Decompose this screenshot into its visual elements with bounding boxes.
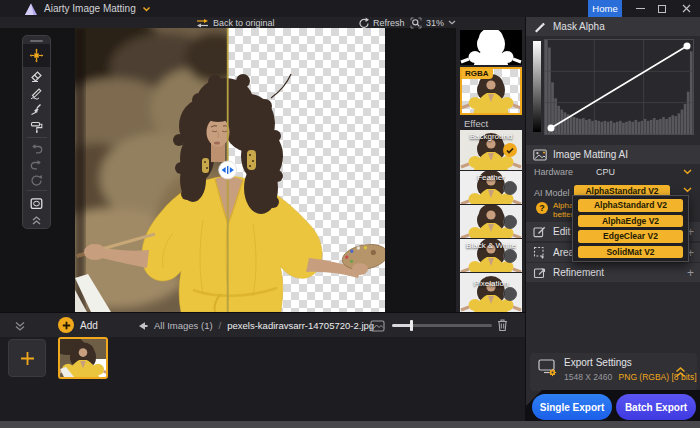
alpha-histogram-plot[interactable] bbox=[544, 39, 694, 135]
all-images-link[interactable]: All Images (1) bbox=[154, 320, 213, 331]
effect-thumb-black-white[interactable]: Black & White bbox=[460, 239, 522, 272]
zoom-control[interactable]: 31% bbox=[410, 17, 456, 28]
compare-divider-handle[interactable] bbox=[219, 161, 237, 179]
single-export-button[interactable]: Single Export bbox=[532, 394, 612, 420]
mask-alpha-title: Mask Alpha bbox=[553, 21, 605, 32]
back-to-original-button[interactable]: Back to original bbox=[196, 17, 275, 28]
mask-alpha-header[interactable]: Mask Alpha bbox=[526, 17, 700, 36]
refinement-section-header[interactable]: Refinement + bbox=[526, 263, 700, 282]
minimize-button[interactable] bbox=[632, 0, 648, 17]
export-dimensions: 1548 X 2460 bbox=[564, 372, 612, 382]
move-tool-icon bbox=[29, 48, 44, 63]
double-chevron-up-icon bbox=[30, 215, 43, 225]
thumbnail-size-slider[interactable] bbox=[392, 324, 492, 327]
tool-divider bbox=[26, 190, 47, 191]
effect-thumb-3[interactable] bbox=[460, 205, 522, 238]
app-menu-chevron-down-icon[interactable] bbox=[142, 6, 151, 12]
brush-tool-button[interactable] bbox=[23, 101, 50, 118]
home-button[interactable]: Home bbox=[588, 0, 622, 17]
back-to-original-label: Back to original bbox=[213, 18, 275, 28]
curve-handle-high[interactable] bbox=[684, 43, 691, 50]
help-icon[interactable]: ? bbox=[536, 202, 548, 214]
pencil-icon bbox=[29, 85, 44, 100]
crop-frame-tool-button[interactable] bbox=[23, 193, 50, 214]
model-option-edgeclear[interactable]: EdgeClear V2 bbox=[578, 230, 683, 243]
mask-thumbnail[interactable] bbox=[460, 30, 522, 65]
redo-icon bbox=[29, 157, 44, 172]
add-image-button[interactable] bbox=[58, 317, 74, 333]
eraser-icon bbox=[29, 68, 44, 83]
effect-thumb-background[interactable]: Background bbox=[460, 130, 522, 170]
ai-model-chevron-down-icon[interactable] bbox=[683, 187, 692, 193]
model-option-alphaedge[interactable]: AlphaEdge V2 bbox=[578, 215, 683, 228]
add-image-tile[interactable] bbox=[8, 339, 46, 377]
redo-button[interactable] bbox=[23, 156, 50, 172]
ai-model-dropdown: AlphaStandard V2 AlphaEdge V2 EdgeClear … bbox=[572, 195, 689, 262]
film-strip bbox=[0, 337, 525, 421]
delete-trash-icon[interactable] bbox=[496, 318, 509, 332]
refresh-button[interactable]: Refresh bbox=[357, 17, 405, 28]
close-button[interactable] bbox=[678, 0, 694, 17]
refinement-section-label: Refinement bbox=[553, 267, 604, 278]
effect-thumb-pixelation[interactable]: Pixelation bbox=[460, 273, 522, 312]
app-title: Aiarty Image Matting bbox=[44, 3, 136, 14]
hardware-value: CPU bbox=[596, 167, 615, 177]
crop-frame-icon bbox=[29, 196, 44, 211]
export-settings-row[interactable]: Export Settings 1548 X 2460 PNG (RGBA) [… bbox=[530, 353, 697, 391]
pen-icon bbox=[533, 20, 549, 33]
alpha-gradient-strip bbox=[533, 41, 541, 132]
hardware-label: Hardware bbox=[534, 167, 573, 177]
image-list-bar: Add All Images (1) / pexels-kadiravsarr-… bbox=[0, 312, 525, 337]
matting-ai-icon bbox=[533, 149, 549, 161]
refresh-icon bbox=[357, 17, 369, 28]
collapse-strip-double-chevron-icon[interactable] bbox=[14, 320, 26, 331]
alpha-curve-line[interactable] bbox=[551, 46, 687, 128]
eraser-tool-button[interactable] bbox=[23, 67, 50, 84]
pencil-tool-button[interactable] bbox=[23, 84, 50, 101]
effect-toggle[interactable] bbox=[503, 287, 517, 301]
hardware-chevron-down-icon[interactable] bbox=[683, 169, 692, 175]
effect-thumb-feather[interactable]: Feather bbox=[460, 171, 522, 204]
taskbar-edge bbox=[0, 421, 700, 428]
filmstrip-thumbnail-selected[interactable] bbox=[58, 337, 108, 379]
batch-export-button[interactable]: Batch Export bbox=[616, 394, 696, 420]
model-option-solidmat[interactable]: SolidMat V2 bbox=[578, 246, 683, 259]
area-select-icon bbox=[533, 246, 549, 259]
effect-toggle[interactable] bbox=[503, 181, 517, 195]
settings-panel: Mask Alpha bbox=[525, 17, 700, 428]
slider-handle[interactable] bbox=[410, 320, 413, 331]
zoom-chevron-down-icon bbox=[448, 20, 456, 25]
collapse-export-double-chevron-up-icon[interactable] bbox=[674, 366, 687, 378]
undo-icon bbox=[29, 141, 44, 156]
collapse-tools-button[interactable] bbox=[23, 214, 50, 226]
current-filename: pexels-kadiravsarr-14705720-2.jpg bbox=[227, 320, 374, 331]
reset-rotate-icon bbox=[29, 173, 44, 188]
path-separator: / bbox=[219, 320, 222, 331]
back-arrow-icon[interactable] bbox=[138, 321, 148, 331]
thumbnail-size-icon bbox=[370, 320, 385, 332]
reset-button[interactable] bbox=[23, 172, 50, 188]
curve-handle-low[interactable] bbox=[548, 125, 555, 132]
maximize-button[interactable] bbox=[654, 0, 670, 17]
effect-toggle[interactable] bbox=[503, 215, 517, 229]
move-tool-button[interactable] bbox=[23, 44, 50, 67]
zoom-level-value: 31% bbox=[426, 18, 444, 28]
preview-column: Mask RGBA Effect Background Feather B bbox=[455, 17, 525, 312]
zoom-magnifier-icon bbox=[410, 17, 422, 29]
title-bar: Aiarty Image Matting Home bbox=[0, 0, 700, 17]
alpha-histogram bbox=[533, 39, 694, 135]
effect-toggle[interactable] bbox=[503, 249, 517, 263]
editor-canvas[interactable] bbox=[0, 28, 455, 312]
view-toolbar: Back to original Refresh 31% bbox=[0, 17, 525, 28]
image-matting-ai-header[interactable]: Image Matting AI bbox=[526, 145, 700, 164]
effect-selected-check-icon[interactable] bbox=[503, 143, 517, 157]
slider-fill bbox=[392, 324, 412, 327]
export-settings-title: Export Settings bbox=[564, 357, 632, 368]
rgba-thumbnail-selected[interactable]: RGBA bbox=[460, 67, 522, 115]
refinement-expand-plus[interactable]: + bbox=[687, 267, 694, 279]
roller-tool-button[interactable] bbox=[23, 118, 50, 135]
model-option-alphastandard[interactable]: AlphaStandard V2 bbox=[578, 199, 683, 212]
preview-image[interactable] bbox=[75, 28, 385, 312]
ai-model-label: AI Model bbox=[534, 188, 570, 198]
undo-button[interactable] bbox=[23, 140, 50, 156]
